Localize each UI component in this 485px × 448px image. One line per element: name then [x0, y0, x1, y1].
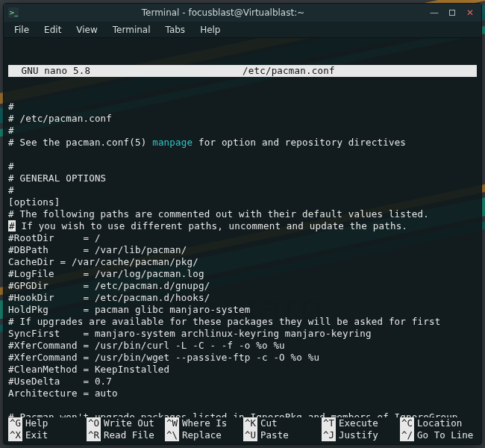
editor-line: #LogFile = /var/log/pacman.log	[8, 268, 477, 280]
shortcut-label: Exit	[25, 429, 48, 441]
shortcut-key: ^O	[87, 417, 101, 429]
editor-line: #GPGDir = /etc/pacman.d/gnupg/	[8, 280, 477, 292]
nano-shortcut: ^XExit	[8, 429, 85, 441]
nano-shortcut-bar: ^GHelp^OWrite Out^WWhere Is^KCut^TExecut…	[4, 417, 481, 444]
editor-line: CacheDir = /var/cache/pacman/pkg/	[8, 256, 477, 268]
editor-line: [options]	[8, 196, 477, 208]
menu-edit[interactable]: Edit	[38, 23, 67, 37]
editor-line: # If upgrades are available for these pa…	[8, 316, 477, 328]
shortcut-key: ^/	[400, 429, 414, 441]
nano-file: /etc/pacman.conf	[242, 65, 475, 77]
editor-line: SyncFirst = manjaro-system archlinux-key…	[8, 328, 477, 340]
titlebar[interactable]: >_ Terminal - focusblast@Virtualblast:~ …	[4, 4, 481, 22]
menu-tabs[interactable]: Tabs	[160, 23, 192, 37]
nano-shortcut: ^KCut	[243, 417, 320, 429]
nano-shortcut: ^CLocation	[400, 417, 477, 429]
shortcut-label: Execute	[339, 417, 378, 429]
shortcut-label: Write Out	[104, 417, 154, 429]
menu-terminal[interactable]: Terminal	[107, 23, 157, 37]
nano-shortcut: ^TExecute	[322, 417, 398, 429]
editor-line	[8, 399, 477, 411]
editor-line: # The following paths are commented out …	[8, 208, 477, 220]
shortcut-key: ^U	[243, 429, 257, 441]
editor-line	[8, 149, 477, 161]
shortcut-label: Justify	[339, 429, 378, 441]
editor-line: #	[8, 101, 477, 113]
editor-line: #RootDir = /	[8, 232, 477, 244]
menu-view[interactable]: View	[70, 23, 103, 37]
editor-line: #XferCommand = /usr/bin/curl -L -C - -f …	[8, 340, 477, 352]
shortcut-label: Paste	[260, 429, 289, 441]
editor-line: # GENERAL OPTIONS	[8, 172, 477, 184]
shortcut-key: ^X	[8, 429, 22, 441]
editor-line: #CleanMethod = KeepInstalled	[8, 364, 477, 376]
nano-shortcut: ^/Go To Line	[400, 429, 477, 441]
editor-line: #HookDir = /etc/pacman.d/hooks/	[8, 292, 477, 304]
close-button[interactable]: ✕	[463, 7, 477, 19]
shortcut-label: Cut	[260, 417, 278, 429]
editor-line: #UseDelta = 0.7	[8, 376, 477, 388]
window-title: Terminal - focusblast@Virtualblast:~	[23, 7, 423, 18]
editor-line: # If you wish to use different paths, un…	[8, 220, 477, 232]
shortcut-key: ^R	[87, 429, 101, 441]
shortcut-label: Location	[417, 417, 462, 429]
editor-line: # /etc/pacman.conf	[8, 113, 477, 125]
shortcut-label: Go To Line	[417, 429, 473, 441]
editor-line: #	[8, 125, 477, 137]
shortcut-key: ^\	[165, 429, 179, 441]
minimize-button[interactable]: —	[428, 7, 441, 19]
shortcut-key: ^G	[8, 417, 22, 429]
nano-shortcut: ^OWrite Out	[87, 417, 163, 429]
nano-header: GNU nano 5.8 /etc/pacman.conf	[8, 65, 477, 77]
shortcut-label: Where Is	[182, 417, 227, 429]
editor-line: HoldPkg = pacman glibc manjaro-system	[8, 304, 477, 316]
terminal-body[interactable]: GNU nano 5.8 /etc/pacman.conf ## /etc/pa…	[4, 38, 481, 417]
nano-app: GNU nano 5.8	[21, 65, 90, 76]
shortcut-key: ^J	[322, 429, 336, 441]
menu-file[interactable]: File	[8, 23, 35, 37]
shortcut-key: ^C	[400, 417, 414, 429]
nano-shortcut: ^RRead File	[87, 429, 163, 441]
shortcut-label: Replace	[182, 429, 222, 441]
editor-line: #DBPath = /var/lib/pacman/	[8, 244, 477, 256]
editor-line: Architecture = auto	[8, 388, 477, 399]
terminal-icon: >_	[8, 7, 19, 18]
editor-line: #	[8, 161, 477, 172]
editor-line: # See the pacman.conf(5) manpage for opt…	[8, 137, 477, 149]
nano-shortcut: ^GHelp	[8, 417, 85, 429]
nano-shortcut: ^UPaste	[243, 429, 320, 441]
shortcut-key: ^W	[165, 417, 179, 429]
shortcut-label: Read File	[104, 429, 154, 441]
shortcut-label: Help	[25, 417, 48, 429]
menubar: File Edit View Terminal Tabs Help	[4, 22, 481, 38]
desktop: manjaro >_ Terminal - focusblast@Virtual…	[0, 0, 485, 448]
menu-help[interactable]: Help	[194, 23, 226, 37]
terminal-window: >_ Terminal - focusblast@Virtualblast:~ …	[3, 3, 482, 445]
editor-line: #	[8, 184, 477, 196]
shortcut-key: ^K	[243, 417, 257, 429]
editor-line: # Pacman won't upgrade packages listed i…	[8, 411, 477, 417]
maximize-button[interactable]	[445, 7, 459, 19]
nano-shortcut: ^JJustify	[322, 429, 398, 441]
nano-shortcut: ^WWhere Is	[165, 417, 242, 429]
editor-line: #XferCommand = /usr/bin/wget --passive-f…	[8, 352, 477, 364]
shortcut-key: ^T	[322, 417, 336, 429]
nano-shortcut: ^\Replace	[165, 429, 242, 441]
editor-content[interactable]: ## /etc/pacman.conf## See the pacman.con…	[8, 101, 477, 417]
